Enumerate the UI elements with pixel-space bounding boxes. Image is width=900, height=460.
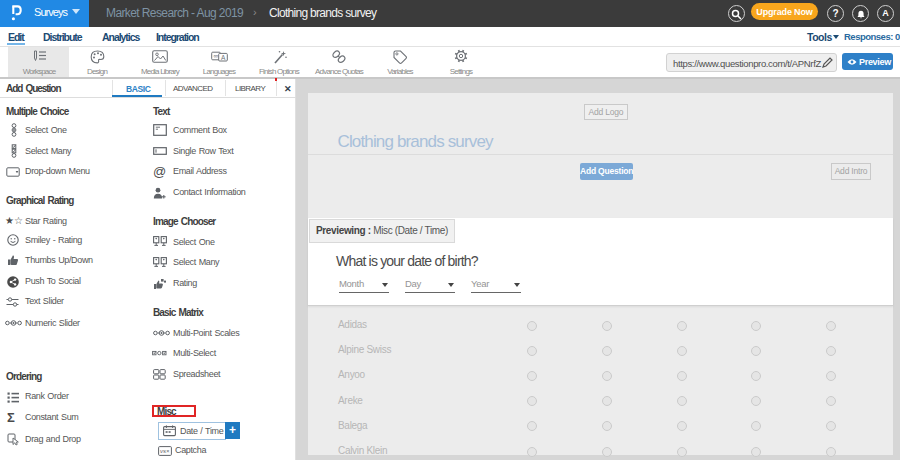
- svg-text:A: A: [220, 54, 225, 61]
- svg-text:∞: ∞: [213, 52, 218, 59]
- svg-text:vs×: vs×: [160, 448, 170, 454]
